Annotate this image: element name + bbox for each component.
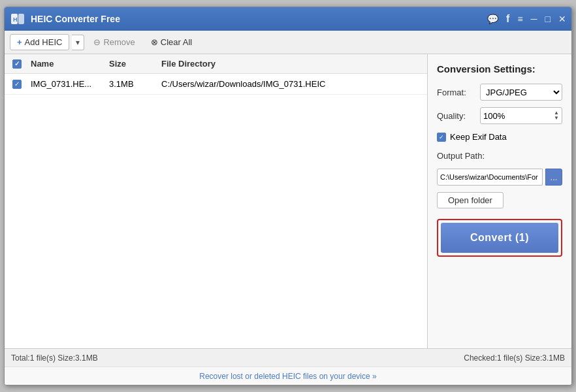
quality-value: 100% (483, 111, 505, 121)
open-folder-label: Open folder (448, 195, 492, 205)
table-row[interactable]: ✓ IMG_0731.HE... 3.1MB C:/Users/wizar/Do… (5, 74, 427, 95)
open-folder-button[interactable]: Open folder (437, 192, 504, 208)
format-select[interactable]: JPG/JPEG PNG BMP (480, 84, 562, 101)
output-path-row: C:\Users\wizar\Documents\For ... (437, 169, 562, 186)
convert-button-wrapper: Convert (1) (437, 219, 562, 257)
output-path-field[interactable]: C:\Users\wizar\Documents\For (437, 169, 543, 186)
keep-exif-checkbox[interactable]: ✓ (437, 133, 446, 142)
statusbar-total: Total:1 file(s) Size:3.1MB (11, 353, 98, 363)
chevron-down-icon: ▾ (76, 38, 80, 47)
clear-all-button[interactable]: ⊗ Clear All (144, 35, 199, 50)
header-checkbox-cell[interactable]: ✓ (7, 59, 27, 69)
quality-down-arrow[interactable]: ▼ (554, 116, 559, 121)
app-logo: H (10, 11, 25, 27)
statusbar-checked: Checked:1 file(s) Size:3.1MB (464, 353, 565, 363)
minimize-icon[interactable]: ─ (531, 14, 537, 24)
file-table-body: ✓ IMG_0731.HE... 3.1MB C:/Users/wizar/Do… (5, 74, 427, 348)
close-icon[interactable]: ✕ (558, 14, 566, 24)
format-row: Format: JPG/JPEG PNG BMP (437, 84, 562, 101)
quality-spinbox[interactable]: ▲ ▼ (554, 108, 559, 123)
keep-exif-row[interactable]: ✓ Keep Exif Data (437, 132, 562, 142)
toolbar: + Add HEIC ▾ ⊖ Remove ⊗ Clear All (5, 31, 571, 54)
recover-files-link[interactable]: Recover lost or deleted HEIC files on yo… (199, 372, 377, 381)
keep-exif-label: Keep Exif Data (450, 132, 507, 142)
file-size: 3.1MB (105, 79, 157, 89)
add-heic-label: Add HEIC (25, 37, 63, 47)
format-label: Format: (437, 88, 476, 97)
svg-text:H: H (13, 16, 18, 23)
output-path-value: C:\Users\wizar\Documents\For (440, 173, 538, 181)
add-heic-button[interactable]: + Add HEIC (10, 34, 69, 50)
chat-icon[interactable]: 💬 (487, 14, 498, 24)
main-window: H HEIC Converter Free 💬 f ≡ ─ □ ✕ + Add … (4, 7, 572, 385)
clearall-icon: ⊗ (151, 37, 158, 47)
quality-field: 100% ▲ ▼ (480, 107, 562, 124)
titlebar: H HEIC Converter Free 💬 f ≡ ─ □ ✕ (5, 7, 571, 31)
row-checkbox-cell[interactable]: ✓ (7, 80, 27, 89)
select-all-checkbox[interactable]: ✓ (12, 59, 22, 69)
menu-icon[interactable]: ≡ (517, 14, 522, 24)
column-directory: File Directory (157, 59, 424, 69)
recover-link-text: Recover lost or deleted HEIC files on yo… (199, 372, 370, 381)
file-name: IMG_0731.HE... (27, 79, 105, 89)
browse-icon: ... (551, 172, 558, 182)
svg-rect-1 (18, 14, 24, 24)
table-header: ✓ Name Size File Directory (5, 54, 427, 74)
window-controls: 💬 f ≡ ─ □ ✕ (487, 13, 566, 25)
remove-icon: ⊖ (93, 37, 101, 47)
quality-label: Quality: (437, 111, 476, 121)
maximize-icon[interactable]: □ (545, 14, 551, 24)
row-checkbox[interactable]: ✓ (12, 80, 22, 89)
convert-label: Convert (1) (470, 232, 529, 243)
remove-button[interactable]: ⊖ Remove (87, 35, 141, 50)
column-size: Size (105, 59, 157, 69)
add-icon: + (17, 37, 22, 47)
settings-title: Conversion Settings: (437, 63, 562, 74)
facebook-icon[interactable]: f (506, 13, 509, 25)
quality-row: Quality: 100% ▲ ▼ (437, 107, 562, 124)
main-content: ✓ Name Size File Directory ✓ IMG_0731.HE… (5, 54, 571, 348)
add-dropdown-button[interactable]: ▾ (72, 35, 84, 50)
output-path-browse-button[interactable]: ... (545, 169, 562, 186)
file-list-area: ✓ Name Size File Directory ✓ IMG_0731.HE… (5, 54, 428, 348)
clearall-label: Clear All (161, 37, 192, 47)
conversion-settings-panel: Conversion Settings: Format: JPG/JPEG PN… (428, 54, 571, 348)
output-path-label: Output Path: (437, 151, 562, 161)
app-title: HEIC Converter Free (31, 14, 487, 24)
column-name: Name (27, 59, 105, 69)
arrow-icon: » (372, 372, 377, 381)
file-directory: C:/Users/wizar/Downloads/IMG_0731.HEIC (157, 79, 424, 89)
convert-button[interactable]: Convert (1) (441, 223, 558, 253)
remove-label: Remove (103, 37, 135, 47)
statusbar: Total:1 file(s) Size:3.1MB Checked:1 fil… (5, 348, 571, 367)
footer: Recover lost or deleted HEIC files on yo… (5, 367, 571, 385)
